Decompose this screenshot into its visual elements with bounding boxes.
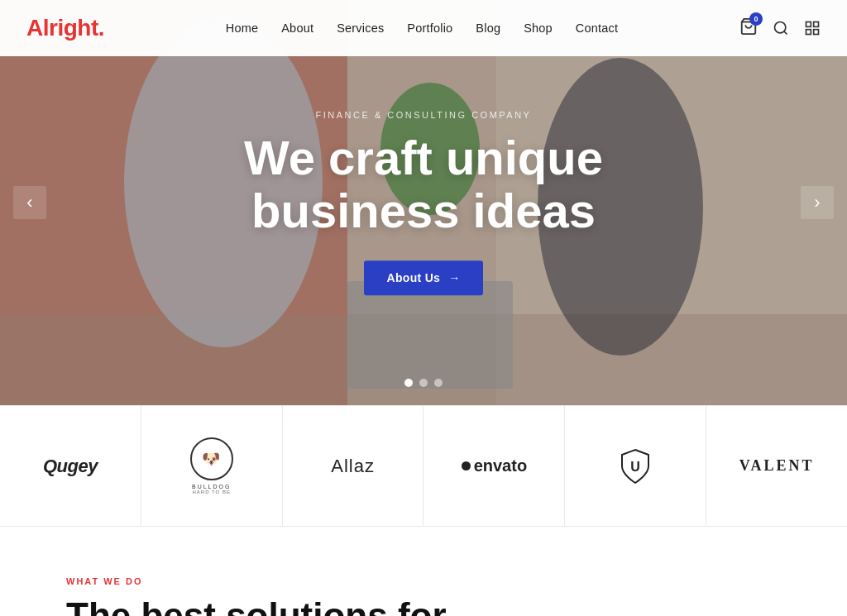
logo-envato-text: envato xyxy=(462,456,527,475)
cart-badge: 0 xyxy=(749,12,763,26)
svg-rect-15 xyxy=(347,281,513,389)
svg-rect-4 xyxy=(814,22,819,27)
what-we-do-section: WHAT WE DO The best solutions for xyxy=(0,527,847,616)
nav-contact[interactable]: Contact xyxy=(576,21,618,35)
navbar-icons: 0 xyxy=(739,17,821,39)
hero-next-button[interactable]: › xyxy=(801,186,834,219)
hero-next-label: › xyxy=(814,192,820,213)
bulldog-label: BULLDOG xyxy=(192,484,231,489)
what-title: The best solutions for xyxy=(66,596,781,616)
hero-prev-button[interactable]: ‹ xyxy=(13,186,46,219)
logo-ushield: U xyxy=(565,406,706,526)
hero-dots xyxy=(404,379,443,387)
hero-cta-arrow: → xyxy=(448,271,460,284)
hero-title-line2: business ideas xyxy=(251,184,596,237)
hero-title: We craft unique business ideas xyxy=(175,131,672,237)
main-nav: Home About Services Portfolio Blog Shop … xyxy=(226,21,618,36)
svg-rect-3 xyxy=(806,22,811,27)
brand-name: Alright xyxy=(26,15,98,41)
hero-dot-2[interactable] xyxy=(419,379,428,387)
envato-dot xyxy=(462,461,471,470)
svg-text:U: U xyxy=(630,460,640,474)
nav-shop[interactable]: Shop xyxy=(524,21,553,35)
logo-qugey-text: Qugey xyxy=(43,456,98,477)
navbar: Alright. Home About Services Portfolio B… xyxy=(0,0,847,56)
hero-content: Finance & Consulting Company We craft un… xyxy=(175,110,672,295)
svg-line-2 xyxy=(784,31,787,35)
svg-point-1 xyxy=(775,22,786,33)
logos-strip: Qugey 🐶 BULLDOG HARD TO BE Allaz envato … xyxy=(0,405,847,527)
hero-title-line1: We craft unique xyxy=(244,131,603,184)
svg-rect-5 xyxy=(806,30,811,35)
logo-allaz: Allaz xyxy=(283,406,424,526)
nav-about[interactable]: About xyxy=(281,21,313,35)
hero-cta-label: About Us xyxy=(387,271,441,284)
hero-dot-1[interactable] xyxy=(404,379,413,387)
logo-valent-text: VALENT xyxy=(739,457,815,475)
brand-logo[interactable]: Alright. xyxy=(26,15,104,41)
hero-cta-button[interactable]: About Us → xyxy=(364,260,484,295)
cart-icon[interactable]: 0 xyxy=(739,17,758,39)
hero-dot-3[interactable] xyxy=(434,379,443,387)
nav-blog[interactable]: Blog xyxy=(476,21,500,35)
hero-prev-label: ‹ xyxy=(26,192,32,213)
brand-dot: . xyxy=(98,15,104,41)
nav-portfolio[interactable]: Portfolio xyxy=(407,21,452,35)
svg-rect-6 xyxy=(814,30,819,35)
logo-bulldog: 🐶 BULLDOG HARD TO BE xyxy=(141,406,283,526)
ushield-svg: U xyxy=(615,446,655,486)
logo-allaz-text: Allaz xyxy=(331,456,375,477)
logo-valent: VALENT xyxy=(706,406,847,526)
nav-home[interactable]: Home xyxy=(226,21,258,35)
nav-services[interactable]: Services xyxy=(337,21,384,35)
hero-subtitle: Finance & Consulting Company xyxy=(175,110,672,120)
grid-icon[interactable] xyxy=(804,20,821,36)
what-label: WHAT WE DO xyxy=(66,576,781,586)
hero-section: Finance & Consulting Company We craft un… xyxy=(0,0,847,405)
bulldog-circle: 🐶 xyxy=(190,437,233,480)
bulldog-sublabel: HARD TO BE xyxy=(193,489,231,494)
search-icon[interactable] xyxy=(773,20,789,36)
logo-qugey: Qugey xyxy=(0,406,141,526)
logo-envato: envato xyxy=(424,406,565,526)
logo-bulldog-wrap: 🐶 BULLDOG HARD TO BE xyxy=(190,437,233,494)
